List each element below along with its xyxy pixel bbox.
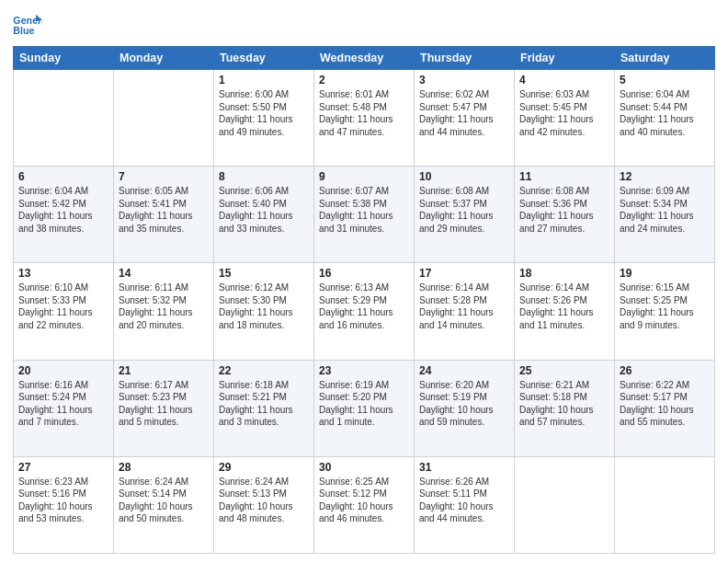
week-row-5: 27Sunrise: 6:23 AM Sunset: 5:16 PM Dayli… bbox=[14, 456, 715, 553]
week-row-1: 1Sunrise: 6:00 AM Sunset: 5:50 PM Daylig… bbox=[14, 70, 715, 167]
cell-info: Sunrise: 6:02 AM Sunset: 5:47 PM Dayligh… bbox=[419, 88, 509, 138]
day-number: 8 bbox=[219, 170, 309, 183]
svg-text:Blue: Blue bbox=[13, 25, 34, 36]
cell-info: Sunrise: 6:06 AM Sunset: 5:40 PM Dayligh… bbox=[219, 185, 309, 235]
day-number: 28 bbox=[119, 461, 209, 474]
calendar-cell: 5Sunrise: 6:04 AM Sunset: 5:44 PM Daylig… bbox=[615, 70, 715, 167]
day-number: 12 bbox=[620, 170, 710, 183]
calendar-cell: 20Sunrise: 6:16 AM Sunset: 5:24 PM Dayli… bbox=[14, 360, 114, 456]
calendar-cell bbox=[615, 456, 715, 553]
cell-info: Sunrise: 6:10 AM Sunset: 5:33 PM Dayligh… bbox=[18, 282, 108, 331]
week-row-4: 20Sunrise: 6:16 AM Sunset: 5:24 PM Dayli… bbox=[14, 360, 715, 456]
cell-info: Sunrise: 6:07 AM Sunset: 5:38 PM Dayligh… bbox=[319, 185, 409, 235]
col-header-sunday: Sunday bbox=[14, 47, 114, 70]
calendar-cell: 8Sunrise: 6:06 AM Sunset: 5:40 PM Daylig… bbox=[214, 167, 314, 263]
cell-info: Sunrise: 6:23 AM Sunset: 5:16 PM Dayligh… bbox=[18, 476, 108, 525]
day-number: 15 bbox=[219, 267, 309, 280]
calendar-cell bbox=[114, 70, 214, 167]
week-row-2: 6Sunrise: 6:04 AM Sunset: 5:42 PM Daylig… bbox=[14, 167, 715, 263]
calendar-cell: 3Sunrise: 6:02 AM Sunset: 5:47 PM Daylig… bbox=[415, 70, 515, 167]
cell-info: Sunrise: 6:01 AM Sunset: 5:48 PM Dayligh… bbox=[319, 88, 409, 138]
day-number: 5 bbox=[620, 74, 710, 86]
calendar-cell: 25Sunrise: 6:21 AM Sunset: 5:18 PM Dayli… bbox=[515, 360, 615, 456]
col-header-saturday: Saturday bbox=[615, 47, 715, 70]
col-header-thursday: Thursday bbox=[415, 47, 515, 70]
calendar-cell: 28Sunrise: 6:24 AM Sunset: 5:14 PM Dayli… bbox=[114, 456, 214, 553]
calendar-cell: 26Sunrise: 6:22 AM Sunset: 5:17 PM Dayli… bbox=[615, 360, 715, 456]
day-number: 13 bbox=[18, 267, 108, 280]
day-number: 3 bbox=[419, 74, 509, 86]
cell-info: Sunrise: 6:24 AM Sunset: 5:13 PM Dayligh… bbox=[219, 476, 309, 525]
cell-info: Sunrise: 6:09 AM Sunset: 5:34 PM Dayligh… bbox=[620, 185, 710, 235]
calendar-cell: 15Sunrise: 6:12 AM Sunset: 5:30 PM Dayli… bbox=[214, 263, 314, 360]
col-header-tuesday: Tuesday bbox=[214, 47, 314, 70]
calendar-cell: 22Sunrise: 6:18 AM Sunset: 5:21 PM Dayli… bbox=[214, 360, 314, 456]
page: General Blue SundayMondayTuesdayWednesda… bbox=[0, 0, 728, 563]
cell-info: Sunrise: 6:15 AM Sunset: 5:25 PM Dayligh… bbox=[620, 282, 710, 331]
cell-info: Sunrise: 6:08 AM Sunset: 5:37 PM Dayligh… bbox=[419, 185, 509, 235]
calendar-cell: 2Sunrise: 6:01 AM Sunset: 5:48 PM Daylig… bbox=[314, 70, 415, 167]
week-row-3: 13Sunrise: 6:10 AM Sunset: 5:33 PM Dayli… bbox=[14, 263, 715, 360]
calendar-cell: 31Sunrise: 6:26 AM Sunset: 5:11 PM Dayli… bbox=[415, 456, 515, 553]
calendar-cell: 27Sunrise: 6:23 AM Sunset: 5:16 PM Dayli… bbox=[14, 456, 114, 553]
day-number: 26 bbox=[620, 364, 710, 377]
day-number: 1 bbox=[219, 74, 309, 86]
calendar-cell: 14Sunrise: 6:11 AM Sunset: 5:32 PM Dayli… bbox=[114, 263, 214, 360]
header-row: SundayMondayTuesdayWednesdayThursdayFrid… bbox=[14, 47, 715, 70]
logo-icon: General Blue bbox=[13, 13, 42, 39]
day-number: 16 bbox=[319, 267, 409, 280]
day-number: 27 bbox=[18, 461, 108, 474]
day-number: 17 bbox=[419, 267, 509, 280]
day-number: 7 bbox=[119, 170, 209, 183]
calendar-cell: 18Sunrise: 6:14 AM Sunset: 5:26 PM Dayli… bbox=[515, 263, 615, 360]
day-number: 6 bbox=[18, 170, 108, 183]
day-number: 20 bbox=[18, 364, 108, 377]
col-header-friday: Friday bbox=[515, 47, 615, 70]
calendar-cell: 10Sunrise: 6:08 AM Sunset: 5:37 PM Dayli… bbox=[415, 167, 515, 263]
day-number: 14 bbox=[119, 267, 209, 280]
day-number: 23 bbox=[319, 364, 409, 377]
calendar-cell: 24Sunrise: 6:20 AM Sunset: 5:19 PM Dayli… bbox=[415, 360, 515, 456]
cell-info: Sunrise: 6:05 AM Sunset: 5:41 PM Dayligh… bbox=[119, 185, 209, 235]
cell-info: Sunrise: 6:20 AM Sunset: 5:19 PM Dayligh… bbox=[419, 379, 509, 429]
day-number: 18 bbox=[519, 267, 609, 280]
col-header-wednesday: Wednesday bbox=[314, 47, 415, 70]
cell-info: Sunrise: 6:12 AM Sunset: 5:30 PM Dayligh… bbox=[219, 282, 309, 331]
day-number: 24 bbox=[419, 364, 509, 377]
calendar-cell: 16Sunrise: 6:13 AM Sunset: 5:29 PM Dayli… bbox=[314, 263, 415, 360]
cell-info: Sunrise: 6:13 AM Sunset: 5:29 PM Dayligh… bbox=[319, 282, 409, 331]
calendar-cell bbox=[515, 456, 615, 553]
cell-info: Sunrise: 6:16 AM Sunset: 5:24 PM Dayligh… bbox=[18, 379, 108, 429]
calendar-cell bbox=[14, 70, 114, 167]
day-number: 2 bbox=[319, 74, 409, 86]
day-number: 30 bbox=[319, 461, 409, 474]
cell-info: Sunrise: 6:22 AM Sunset: 5:17 PM Dayligh… bbox=[620, 379, 710, 429]
calendar-cell: 12Sunrise: 6:09 AM Sunset: 5:34 PM Dayli… bbox=[615, 167, 715, 263]
day-number: 25 bbox=[519, 364, 609, 377]
day-number: 31 bbox=[419, 461, 509, 474]
day-number: 21 bbox=[119, 364, 209, 377]
calendar-cell: 9Sunrise: 6:07 AM Sunset: 5:38 PM Daylig… bbox=[314, 167, 415, 263]
day-number: 19 bbox=[620, 267, 710, 280]
calendar-cell: 13Sunrise: 6:10 AM Sunset: 5:33 PM Dayli… bbox=[14, 263, 114, 360]
cell-info: Sunrise: 6:17 AM Sunset: 5:23 PM Dayligh… bbox=[119, 379, 209, 429]
calendar-table: SundayMondayTuesdayWednesdayThursdayFrid… bbox=[13, 46, 715, 554]
col-header-monday: Monday bbox=[114, 47, 214, 70]
cell-info: Sunrise: 6:11 AM Sunset: 5:32 PM Dayligh… bbox=[119, 282, 209, 331]
logo: General Blue bbox=[13, 13, 42, 39]
cell-info: Sunrise: 6:00 AM Sunset: 5:50 PM Dayligh… bbox=[219, 88, 309, 138]
header: General Blue bbox=[13, 9, 715, 39]
cell-info: Sunrise: 6:25 AM Sunset: 5:12 PM Dayligh… bbox=[319, 476, 409, 525]
cell-info: Sunrise: 6:14 AM Sunset: 5:26 PM Dayligh… bbox=[519, 282, 609, 331]
cell-info: Sunrise: 6:19 AM Sunset: 5:20 PM Dayligh… bbox=[319, 379, 409, 429]
calendar-cell: 21Sunrise: 6:17 AM Sunset: 5:23 PM Dayli… bbox=[114, 360, 214, 456]
cell-info: Sunrise: 6:08 AM Sunset: 5:36 PM Dayligh… bbox=[519, 185, 609, 235]
day-number: 29 bbox=[219, 461, 309, 474]
day-number: 10 bbox=[419, 170, 509, 183]
calendar-cell: 7Sunrise: 6:05 AM Sunset: 5:41 PM Daylig… bbox=[114, 167, 214, 263]
cell-info: Sunrise: 6:03 AM Sunset: 5:45 PM Dayligh… bbox=[519, 88, 609, 138]
cell-info: Sunrise: 6:04 AM Sunset: 5:44 PM Dayligh… bbox=[620, 88, 710, 138]
calendar-cell: 19Sunrise: 6:15 AM Sunset: 5:25 PM Dayli… bbox=[615, 263, 715, 360]
cell-info: Sunrise: 6:18 AM Sunset: 5:21 PM Dayligh… bbox=[219, 379, 309, 429]
calendar-cell: 17Sunrise: 6:14 AM Sunset: 5:28 PM Dayli… bbox=[415, 263, 515, 360]
